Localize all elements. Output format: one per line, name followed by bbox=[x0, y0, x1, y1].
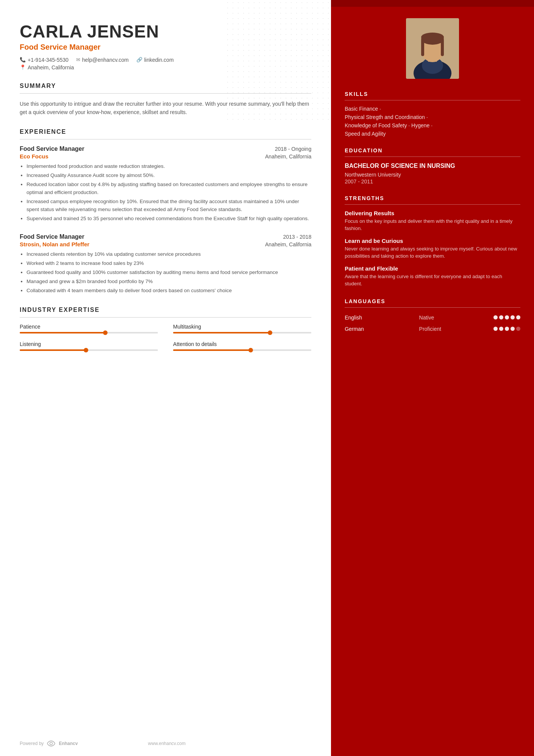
svg-point-0 bbox=[50, 742, 53, 745]
progress-fill-2 bbox=[20, 349, 86, 351]
bullet-2-3: Managed and grew a $2m branded food port… bbox=[27, 278, 311, 286]
edu-university: Northwestern University bbox=[331, 172, 534, 178]
exp-location-1: Anaheim, California bbox=[265, 153, 311, 160]
link-icon: 🔗 bbox=[136, 57, 142, 63]
experience-divider bbox=[20, 139, 311, 139]
expertise-attention: Attention to details bbox=[173, 341, 311, 351]
education-section: EDUCATION BACHELOR OF SCIENCE IN NURSING… bbox=[331, 147, 534, 185]
strength-desc-0: Focus on the key inputs and deliver them… bbox=[345, 218, 520, 232]
experience-title: EXPERIENCE bbox=[20, 128, 311, 135]
photo-container bbox=[331, 0, 534, 91]
expertise-divider bbox=[20, 317, 311, 318]
svg-rect-7 bbox=[421, 39, 424, 56]
email-address: help@enhancv.com bbox=[82, 57, 129, 63]
email-icon: ✉ bbox=[76, 57, 80, 63]
strength-title-1: Learn and be Curious bbox=[345, 238, 520, 244]
edu-degree: BACHELOR OF SCIENCE IN NURSING bbox=[331, 162, 534, 170]
lang-level-0: Native bbox=[419, 315, 450, 321]
dot-1-2 bbox=[505, 327, 509, 331]
exp-role-1: Food Service Manager bbox=[20, 146, 84, 152]
skill-1: Physical Stregth and Coordination · bbox=[331, 114, 534, 120]
expertise-label-0: Patience bbox=[20, 324, 158, 330]
progress-fill-0 bbox=[20, 332, 105, 333]
lang-name-0: English bbox=[345, 315, 375, 321]
location-icon: 📍 bbox=[20, 64, 26, 70]
enhancv-symbol-icon bbox=[46, 740, 56, 747]
right-column: SKILLS Basic Finance · Physical Stregth … bbox=[331, 0, 534, 756]
expertise-multitasking: Multitasking bbox=[173, 324, 311, 333]
exp-bullets-2: Increased clients retention by 10% via u… bbox=[20, 250, 311, 295]
skill-3: Speed and Agility bbox=[331, 131, 534, 137]
lang-name-1: German bbox=[345, 326, 375, 332]
languages-title: LANGUAGES bbox=[331, 298, 534, 304]
bullet-2-2: Guaranteed food quality and 100% custome… bbox=[27, 269, 311, 277]
experience-item-2: Food Service Manager 2013 - 2018 Strosin… bbox=[20, 233, 311, 295]
phone-icon: 📞 bbox=[20, 57, 26, 63]
exp-company-2: Strosin, Nolan and Pfeffer bbox=[20, 241, 89, 247]
exp-dates-1: 2018 - Ongoing bbox=[275, 146, 312, 152]
enhancv-brand: Enhancv bbox=[59, 741, 78, 746]
bullet-1-2: Reduced location labor cost by 4.8% by a… bbox=[27, 181, 311, 197]
dot-1-3 bbox=[511, 327, 515, 331]
lang-dots-0 bbox=[493, 315, 520, 319]
exp-header-1: Food Service Manager 2018 - Ongoing bbox=[20, 146, 311, 152]
lang-dots-1 bbox=[493, 327, 520, 331]
bullet-2-1: Worked with 2 teams to increase food sal… bbox=[27, 260, 311, 268]
email-contact: ✉ help@enhancv.com bbox=[76, 57, 129, 63]
progress-bg-3 bbox=[173, 349, 311, 351]
bullet-2-0: Increased clients retention by 10% via u… bbox=[27, 250, 311, 258]
expertise-label-2: Listening bbox=[20, 341, 158, 347]
expertise-listening: Listening bbox=[20, 341, 158, 351]
strength-desc-1: Never done learning and always seeking t… bbox=[345, 245, 520, 260]
lang-english: English Native bbox=[331, 313, 534, 322]
expertise-label-1: Multitasking bbox=[173, 324, 311, 330]
dot-0-2 bbox=[505, 315, 509, 319]
dot-0-4 bbox=[516, 315, 520, 319]
phone-number: +1-914-345-5530 bbox=[28, 57, 69, 63]
left-column: CARLA JENSEN Food Service Manager 📞 +1-9… bbox=[0, 0, 331, 756]
strengths-title: STRENGTHS bbox=[331, 195, 534, 201]
resume-wrapper: CARLA JENSEN Food Service Manager 📞 +1-9… bbox=[0, 0, 534, 756]
dot-0-1 bbox=[499, 315, 503, 319]
strength-desc-2: Aware that the learning curve is differe… bbox=[345, 273, 520, 288]
footer: Powered by Enhancv www.enhancv.com bbox=[20, 740, 205, 747]
bullet-1-1: Increased Quality Assurance Audit score … bbox=[27, 172, 311, 180]
progress-bg-2 bbox=[20, 349, 158, 351]
skills-title: SKILLS bbox=[331, 91, 534, 97]
education-divider bbox=[345, 157, 520, 157]
name-section: CARLA JENSEN Food Service Manager 📞 +1-9… bbox=[20, 18, 311, 70]
exp-bullets-1: Implemented food production and waste re… bbox=[20, 163, 311, 222]
bullet-2-4: Collaborated with 4 team members daily t… bbox=[27, 287, 311, 295]
contact-line: 📞 +1-914-345-5530 ✉ help@enhancv.com 🔗 l… bbox=[20, 57, 311, 63]
website-contact: 🔗 linkedin.com bbox=[136, 57, 174, 63]
profile-photo bbox=[406, 18, 459, 79]
strengths-section: STRENGTHS Delivering Results Focus on th… bbox=[331, 195, 534, 288]
summary-text: Use this opportunity to intrigue and dra… bbox=[20, 100, 311, 117]
languages-divider bbox=[345, 307, 520, 308]
bullet-1-4: Supervised and trained 25 to 35 personne… bbox=[27, 215, 311, 223]
bullet-1-3: Increased campus employee recognition by… bbox=[27, 198, 311, 214]
location-text: Anaheim, California bbox=[28, 64, 74, 70]
exp-subheader-1: Eco Focus Anaheim, California bbox=[20, 153, 311, 160]
dot-1-1 bbox=[499, 327, 503, 331]
svg-point-9 bbox=[421, 33, 444, 42]
skills-section: SKILLS Basic Finance · Physical Stregth … bbox=[331, 91, 534, 137]
strength-1: Learn and be Curious Never done learning… bbox=[331, 238, 534, 260]
skills-divider bbox=[345, 100, 520, 100]
dot-1-4 bbox=[516, 327, 520, 331]
enhancv-logo: Powered by Enhancv bbox=[20, 740, 78, 747]
strength-0: Delivering Results Focus on the key inpu… bbox=[331, 210, 534, 232]
candidate-name: CARLA JENSEN bbox=[20, 22, 311, 41]
progress-bg-1 bbox=[173, 332, 311, 333]
summary-divider bbox=[20, 93, 311, 94]
progress-fill-1 bbox=[173, 332, 270, 333]
powered-by-text: Powered by bbox=[20, 741, 44, 746]
experience-item-1: Food Service Manager 2018 - Ongoing Eco … bbox=[20, 146, 311, 222]
exp-role-2: Food Service Manager bbox=[20, 233, 84, 240]
bullet-1-0: Implemented food production and waste re… bbox=[27, 163, 311, 171]
job-title: Food Service Manager bbox=[20, 43, 311, 52]
footer-website: www.enhancv.com bbox=[148, 741, 186, 746]
exp-location-2: Anaheim, California bbox=[265, 241, 311, 247]
location-line: 📍 Anaheim, California bbox=[20, 64, 311, 70]
dot-0-0 bbox=[493, 315, 498, 319]
